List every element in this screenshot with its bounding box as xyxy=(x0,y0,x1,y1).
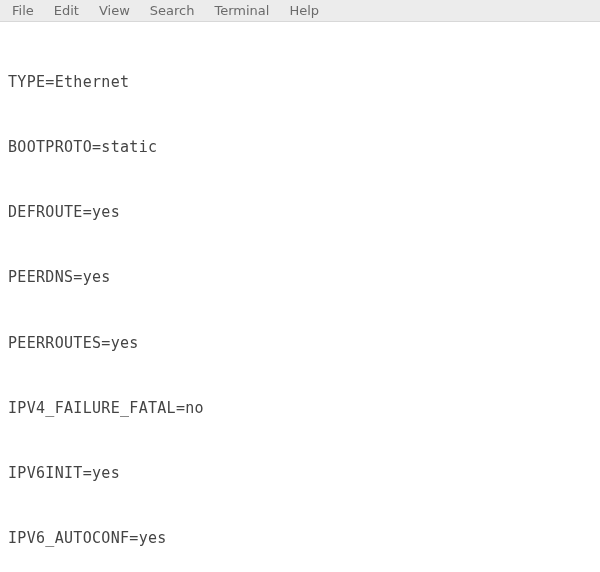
menu-view[interactable]: View xyxy=(99,3,130,18)
menu-edit[interactable]: Edit xyxy=(54,3,79,18)
config-line: PEERROUTES=yes xyxy=(8,333,592,355)
config-line: IPV6_AUTOCONF=yes xyxy=(8,528,592,550)
config-line: IPV4_FAILURE_FATAL=no xyxy=(8,398,592,420)
menu-search[interactable]: Search xyxy=(150,3,195,18)
menu-terminal[interactable]: Terminal xyxy=(214,3,269,18)
config-line: TYPE=Ethernet xyxy=(8,72,592,94)
config-line: BOOTPROTO=static xyxy=(8,137,592,159)
config-line: PEERDNS=yes xyxy=(8,267,592,289)
config-line: DEFROUTE=yes xyxy=(8,202,592,224)
config-line: IPV6INIT=yes xyxy=(8,463,592,485)
menu-help[interactable]: Help xyxy=(289,3,319,18)
menubar: File Edit View Search Terminal Help xyxy=(0,0,600,22)
menu-file[interactable]: File xyxy=(12,3,34,18)
terminal-editor[interactable]: TYPE=Ethernet BOOTPROTO=static DEFROUTE=… xyxy=(0,22,600,572)
